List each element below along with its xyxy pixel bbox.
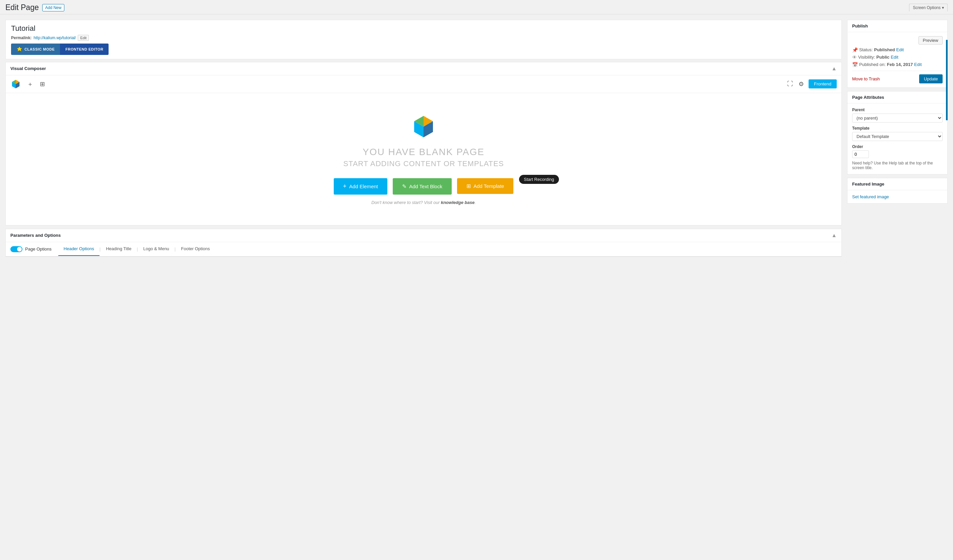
add-text-icon: ✎	[402, 183, 407, 190]
page-options-label: Page Options	[25, 246, 51, 252]
grid-icon: ⊞	[40, 81, 45, 87]
classic-mode-button[interactable]: CLASSIC MODE	[11, 43, 60, 55]
page-title: Edit Page	[5, 3, 39, 13]
permalink-row: Permalink: http://kalium.wp/tutorial/ Ed…	[11, 35, 836, 41]
vc-toolbar-right: ⛶ ⚙ Frontend	[787, 79, 837, 88]
collapse-icon: ▲	[831, 66, 837, 72]
publish-title: Publish	[852, 23, 868, 28]
permalink-edit-button[interactable]: Edit	[78, 35, 89, 41]
status-icon: 📌	[852, 47, 858, 53]
parameters-header[interactable]: Parameters and Options ▲	[6, 229, 841, 242]
parent-select[interactable]: (no parent)	[852, 113, 943, 122]
published-row: 📅 Published on: Feb 14, 2017 Edit	[852, 62, 943, 67]
add-text-block-button[interactable]: ✎ Add Text Block	[393, 178, 452, 195]
add-new-button[interactable]: Add New	[42, 4, 65, 11]
visibility-value: Public	[876, 54, 889, 60]
sidebar-blue-bar	[946, 40, 948, 120]
content-area: Permalink: http://kalium.wp/tutorial/ Ed…	[5, 20, 842, 260]
add-template-label: Add Template	[473, 183, 504, 189]
parameters-title: Parameters and Options	[10, 233, 61, 238]
frontend-button[interactable]: Frontend	[809, 79, 837, 88]
permalink-label: Permalink:	[11, 36, 31, 40]
main-layout: Permalink: http://kalium.wp/tutorial/ Ed…	[0, 14, 953, 266]
published-edit-link[interactable]: Edit	[914, 62, 922, 67]
top-bar: Edit Page Add New Screen Options ▾	[0, 0, 953, 14]
order-input[interactable]	[852, 150, 869, 158]
vc-empty-state: YOU HAVE BLANK PAGE START ADDING CONTENT…	[6, 93, 841, 225]
gear-icon: ⚙	[799, 81, 804, 87]
sidebar: Publish Preview 📌 Status: Published Edit	[847, 20, 948, 207]
vc-help-text: Don't know where to start? Visit our kno…	[371, 200, 476, 205]
move-to-trash-link[interactable]: Move to Trash	[852, 76, 880, 81]
parameters-panel: Parameters and Options ▲ Page Options He…	[5, 229, 842, 257]
knowledge-base-link[interactable]: knowledge base	[441, 200, 475, 205]
permalink-url[interactable]: http://kalium.wp/tutorial/	[34, 36, 76, 40]
plus-icon: ＋	[27, 81, 33, 87]
mode-selector: CLASSIC MODE FRONTEND EDITOR	[11, 43, 109, 55]
published-date: Feb 14, 2017	[887, 62, 913, 67]
add-element-toolbar-button[interactable]: ＋	[26, 79, 34, 89]
vc-empty-title: YOU HAVE BLANK PAGE	[363, 147, 484, 158]
params-collapse-icon: ▲	[831, 232, 837, 238]
status-label: Status:	[859, 47, 872, 52]
page-options-toggle[interactable]	[10, 246, 22, 252]
featured-image-title: Featured Image	[852, 181, 884, 187]
add-template-icon: ⊞	[466, 183, 471, 189]
template-select[interactable]: Default Template	[852, 132, 943, 141]
page-attributes-panel: Page Attributes Parent (no parent) Templ…	[847, 91, 948, 175]
preview-button[interactable]: Preview	[919, 36, 943, 45]
tab-logo-menu[interactable]: Logo & Menu	[138, 242, 175, 256]
vc-logo-icon	[10, 79, 21, 90]
featured-image-body: Set featured image	[847, 190, 947, 203]
vc-toolbar-left: ＋ ⊞	[10, 79, 46, 90]
toggle-thumb	[17, 247, 22, 252]
add-element-button[interactable]: + Add Element	[334, 178, 387, 195]
vc-cube-logo-icon	[410, 113, 437, 140]
visibility-label: Visibility:	[858, 54, 875, 60]
help-text: Need help? Use the Help tab at the top o…	[852, 161, 943, 170]
status-row: 📌 Status: Published Edit	[852, 47, 943, 53]
classic-mode-icon	[16, 46, 22, 52]
publish-row: Preview	[852, 36, 943, 45]
update-button[interactable]: Update	[919, 74, 943, 84]
tooltip-container: ⊞ Add Template Start Recording	[457, 178, 513, 195]
tab-heading-title[interactable]: Heading Title	[101, 242, 137, 256]
frontend-editor-button[interactable]: FRONTEND EDITOR	[60, 43, 109, 55]
featured-image-header: Featured Image	[847, 178, 947, 190]
grid-view-button[interactable]: ⊞	[39, 80, 46, 88]
add-text-label: Add Text Block	[409, 184, 442, 189]
vc-empty-subtitle: START ADDING CONTENT OR TEMPLATES	[343, 159, 504, 168]
frontend-editor-label: FRONTEND EDITOR	[65, 47, 103, 51]
page-attributes-title: Page Attributes	[852, 95, 884, 100]
fullscreen-button[interactable]: ⛶	[787, 80, 794, 88]
published-label: Published on:	[859, 62, 886, 67]
publish-btn-row: Move to Trash Update	[852, 71, 943, 84]
top-bar-left: Edit Page Add New	[5, 3, 64, 13]
set-featured-image-link[interactable]: Set featured image	[852, 194, 889, 199]
publish-panel-header: Publish	[847, 20, 947, 32]
tab-footer-options[interactable]: Footer Options	[175, 242, 215, 256]
order-label: Order	[852, 144, 943, 149]
visibility-edit-link[interactable]: Edit	[891, 54, 898, 60]
visual-composer-panel: Visual Composer ▲ ＋	[5, 62, 842, 226]
add-template-button[interactable]: ⊞ Add Template	[457, 178, 513, 194]
post-title-box: Permalink: http://kalium.wp/tutorial/ Ed…	[5, 20, 842, 59]
svg-marker-0	[17, 46, 22, 51]
page-options-toggle-row: Page Options	[10, 242, 58, 256]
vc-panel-header[interactable]: Visual Composer ▲	[6, 62, 841, 75]
status-value: Published	[874, 47, 895, 52]
settings-button[interactable]: ⚙	[798, 80, 804, 88]
page-attributes-body: Parent (no parent) Template Default Temp…	[847, 104, 947, 174]
template-label: Template	[852, 126, 943, 131]
status-edit-link[interactable]: Edit	[896, 47, 904, 52]
sidebar-wrapper: Publish Preview 📌 Status: Published Edit	[847, 20, 948, 204]
calendar-icon: 📅	[852, 62, 858, 67]
start-recording-tooltip: Start Recording	[519, 175, 559, 184]
parent-label: Parent	[852, 108, 943, 112]
visibility-row: 👁 Visibility: Public Edit	[852, 54, 943, 60]
page-attributes-header: Page Attributes	[847, 91, 947, 104]
screen-options-button[interactable]: Screen Options ▾	[909, 4, 948, 11]
tab-header-options[interactable]: Header Options	[58, 242, 99, 256]
visibility-icon: 👁	[852, 54, 857, 60]
post-title-input[interactable]	[11, 24, 836, 33]
